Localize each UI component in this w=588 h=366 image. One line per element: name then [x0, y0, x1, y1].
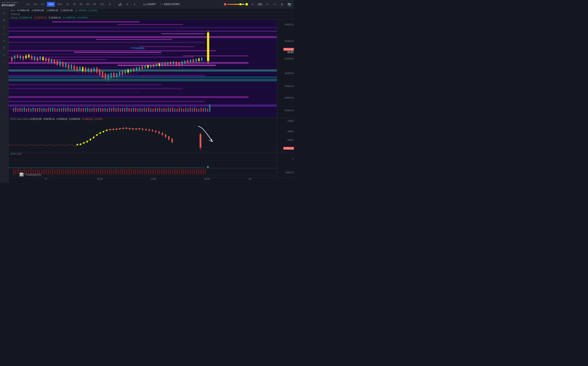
hline-tool[interactable]: ─ — [1, 31, 7, 37]
svg-rect-116 — [177, 109, 178, 112]
svg-rect-69 — [74, 108, 75, 112]
svg-rect-307 — [126, 128, 127, 129]
svg-rect-30 — [52, 22, 140, 22]
tf-1h[interactable]: 1h — [65, 2, 71, 7]
chart-btn[interactable]: CHART — [142, 2, 158, 7]
svg-rect-67 — [70, 108, 71, 112]
svg-rect-91 — [122, 108, 123, 112]
tf-6h[interactable]: 6h — [85, 2, 91, 7]
svg-rect-253 — [181, 61, 183, 65]
color-slider[interactable] — [227, 4, 245, 5]
oi-88000: 88000 — [287, 139, 294, 141]
chart-type-btn[interactable] — [117, 1, 123, 8]
svg-rect-430 — [198, 169, 199, 175]
tf-5m[interactable]: 5m — [39, 2, 46, 7]
svg-rect-386 — [102, 169, 103, 175]
svg-rect-125 — [196, 108, 197, 112]
main-panel[interactable] — [8, 20, 277, 117]
cvd-label-text: (D7R) CVD+ — [10, 153, 22, 155]
svg-rect-104 — [150, 108, 151, 112]
svg-rect-402 — [137, 169, 138, 175]
vol-delta: Δ:+5684.80 — [63, 16, 75, 19]
svg-rect-109 — [161, 108, 162, 112]
more-tools[interactable]: ⋯ — [1, 58, 7, 64]
line-tool[interactable]: ╱ — [1, 24, 7, 30]
text-tool[interactable]: T — [1, 45, 7, 51]
svg-rect-374 — [76, 170, 77, 175]
crosshair-btn[interactable]: ✛ — [124, 1, 131, 8]
current-time-badge: 01:32 — [287, 51, 294, 53]
svg-rect-390 — [111, 169, 112, 175]
svg-rect-396 — [124, 169, 125, 175]
tf-1m[interactable]: 1m — [24, 2, 31, 7]
svg-rect-37 — [30, 59, 107, 60]
tf-15m[interactable]: 15m — [47, 2, 55, 7]
main-pct: (+1.32%) — [87, 9, 97, 12]
svg-rect-41 — [13, 108, 14, 112]
indicators-btn[interactable]: INDICATORS — [159, 2, 182, 7]
svg-rect-49 — [30, 109, 32, 112]
svg-rect-7 — [146, 4, 146, 6]
cvd-label: (D7R) CVD+ — [10, 153, 22, 155]
tf-dropdown-btn[interactable]: ▾ — [107, 1, 113, 8]
tf-3m[interactable]: 3m — [32, 2, 39, 7]
svg-rect-16 — [8, 56, 194, 58]
svg-rect-378 — [85, 170, 86, 175]
svg-rect-329 — [162, 133, 163, 135]
svg-rect-24 — [8, 92, 139, 92]
svg-rect-96 — [133, 108, 134, 112]
svg-rect-81 — [100, 108, 101, 112]
svg-rect-321 — [149, 129, 150, 131]
svg-rect-64 — [63, 108, 64, 112]
svg-rect-287 — [93, 137, 94, 138]
svg-rect-211 — [122, 71, 123, 75]
svg-rect-83 — [104, 108, 106, 112]
svg-rect-114 — [172, 107, 173, 112]
main-c: C:35314.00 — [61, 9, 73, 12]
undo-btn[interactable]: ↩ — [264, 1, 270, 7]
svg-rect-327 — [158, 131, 159, 134]
cursor-tool[interactable]: ↖ — [1, 10, 7, 16]
svg-rect-118 — [181, 108, 182, 112]
tf-2h[interactable]: 2h — [72, 2, 77, 7]
screenshot-btn[interactable]: 📷 — [286, 1, 292, 7]
svg-rect-130 — [207, 108, 208, 112]
oi-label: (D7R) Open Interest — [10, 118, 30, 120]
tf-12h[interactable]: 12h — [98, 2, 106, 7]
oi-panel[interactable]: (D7R) Open Interest O:90715.85 H:90755.1… — [8, 117, 277, 152]
svg-rect-177 — [73, 65, 75, 70]
tf-8h[interactable]: 8h — [92, 2, 97, 7]
svg-rect-392 — [116, 169, 117, 175]
svg-rect-217 — [130, 69, 132, 72]
svg-rect-431 — [200, 169, 201, 175]
cvd-panel[interactable]: (D7R) CVD+ — [8, 152, 277, 178]
svg-rect-249 — [176, 62, 177, 65]
panels-area: (D7R) Open Interest O:90715.85 H:90755.1… — [8, 20, 277, 178]
svg-rect-3 — [143, 3, 144, 6]
svg-rect-359 — [43, 170, 45, 175]
tf-30m[interactable]: 30m — [56, 2, 64, 7]
svg-rect-400 — [133, 169, 134, 175]
color-range-dropdown[interactable]: ▾ — [249, 1, 256, 8]
sep-3 — [140, 2, 140, 7]
svg-rect-38 — [118, 65, 216, 66]
chart-tools-dropdown[interactable]: ▾ — [131, 1, 138, 8]
redo-btn[interactable]: ↪ — [272, 1, 278, 7]
crosshair-tool[interactable]: ✛ — [1, 17, 7, 23]
svg-rect-295 — [106, 130, 107, 131]
svg-rect-2 — [121, 3, 121, 6]
svg-rect-223 — [139, 67, 140, 70]
svg-rect-98 — [137, 108, 138, 112]
svg-rect-157 — [45, 58, 47, 61]
tf-4h[interactable]: 4h — [78, 2, 84, 7]
svg-rect-313 — [135, 129, 137, 130]
svg-rect-227 — [144, 66, 146, 68]
chart-label: CHART — [147, 3, 156, 6]
fib-tool[interactable]: ≡ — [1, 38, 7, 44]
svg-rect-205 — [113, 73, 115, 77]
layout-btn[interactable]: ⊞ — [279, 1, 285, 7]
svg-rect-424 — [185, 169, 186, 175]
svg-rect-201 — [108, 74, 109, 80]
chart-panels: (D7R) Open Interest O:90715.85 H:90755.1… — [8, 20, 294, 178]
rect-tool[interactable]: ▭ — [1, 52, 7, 58]
